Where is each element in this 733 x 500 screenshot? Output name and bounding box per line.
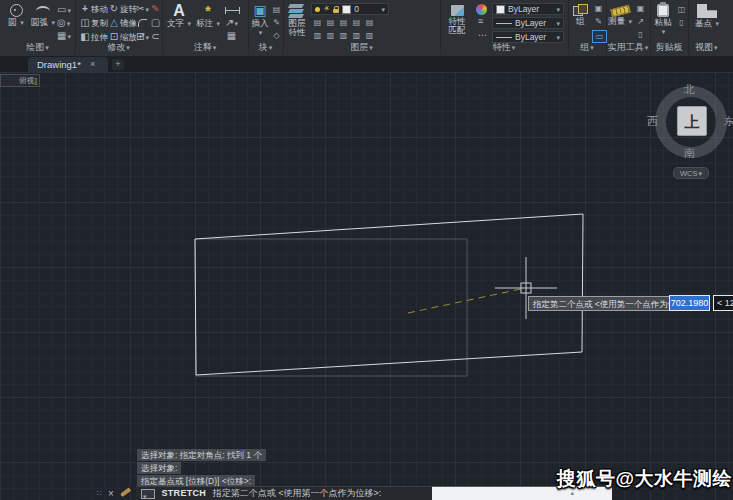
watermark: 搜狐号@大水牛测绘 <box>557 466 732 492</box>
layer-properties-button[interactable]: 图层 特性 <box>285 2 309 37</box>
group-icon <box>573 4 587 16</box>
move-button[interactable]: +移动 <box>79 3 108 15</box>
panel-block: ▣ 插入 ▤ ✎ ◇ 块 <box>248 0 284 55</box>
leader-icon[interactable]: ↗ <box>225 17 238 29</box>
viewport-control[interactable]: 俯视] <box>0 74 40 87</box>
object-color-dropdown[interactable]: ByLayer <box>492 3 564 15</box>
layer-lock-icon[interactable]: ▤ <box>350 17 363 28</box>
panel-label-utilities[interactable]: 实用工具 <box>606 41 650 54</box>
insert-icon: ▣ <box>249 2 271 19</box>
current-layer-name: 0 <box>354 4 377 14</box>
ellipse-tool-icon[interactable]: ◎ <box>57 17 70 29</box>
base-view-icon <box>697 4 717 18</box>
erase-icon[interactable]: ✎ <box>149 3 162 14</box>
dimension-button[interactable]: * 标注 <box>195 2 221 28</box>
offset-icon[interactable]: ▢ <box>149 17 162 28</box>
layer-prev-icon[interactable]: ▥ <box>337 30 350 41</box>
measure-flyout-icon[interactable] <box>627 16 632 26</box>
rotate-button[interactable]: ↻旋转 <box>108 3 137 15</box>
layer-off-icon[interactable]: ▤ <box>311 17 324 28</box>
quick-select-icon[interactable]: ▣ <box>634 3 647 14</box>
circle-flyout-icon[interactable] <box>19 17 24 27</box>
viewcube-top-face[interactable]: 上 <box>677 106 707 136</box>
command-prompt-bar[interactable]: STRETCH 指定第二个点或 <使用第一个点作为位移>: <box>136 486 432 500</box>
rectangle-tool-icon[interactable]: ▭ <box>57 4 70 16</box>
wcs-dropdown[interactable]: WCS <box>673 167 709 179</box>
dynamic-input-distance-field[interactable]: 702.1980 <box>669 295 710 311</box>
command-prompt-text: 指定第二个点或 <使用第一个点作为位移>: <box>213 488 382 498</box>
group-edit-icon[interactable]: ✎ <box>592 16 605 27</box>
recent-commands-icon[interactable] <box>141 489 155 499</box>
insert-button[interactable]: ▣ 插入 <box>249 2 271 37</box>
table-icon[interactable]: ▦ <box>225 30 238 41</box>
measure-button[interactable]: 测量 <box>608 2 632 26</box>
panel-label-layers[interactable]: 图层 <box>283 41 440 54</box>
match-properties-button[interactable]: 特性 匹配 <box>444 2 470 35</box>
layer-walk-icon[interactable]: ▥ <box>311 30 324 41</box>
panel-utilities: 测量 ▣ ↗ ▯ 实用工具 <box>606 0 651 55</box>
group-button[interactable]: 组 <box>570 2 590 26</box>
layer-make-current-icon[interactable]: ▤ <box>363 17 376 28</box>
dimension-flyout-icon[interactable] <box>215 18 220 28</box>
viewcube-east-label[interactable]: 东 <box>724 114 733 129</box>
dynamic-input-angle-field[interactable]: < 12 <box>713 295 733 311</box>
layer-match-icon[interactable]: ▥ <box>324 30 337 41</box>
base-view-flyout-icon[interactable] <box>714 18 719 28</box>
layer-isolate-icon[interactable]: ▤ <box>324 17 337 28</box>
tab-close-icon[interactable]: × <box>90 57 95 72</box>
color-wheel-icon <box>476 4 487 15</box>
panel-label-clipboard[interactable]: 剪贴板 <box>650 41 688 54</box>
lineweight-icon: ≡ <box>478 16 483 26</box>
move-icon: + <box>79 3 91 14</box>
lineweight-dropdown-arrow-icon <box>555 18 560 28</box>
arc-button[interactable]: 圆弧 <box>30 2 56 27</box>
panel-label-modify[interactable]: 修改 <box>75 41 162 54</box>
cmdline-grip-icon[interactable]: ∷ <box>97 487 102 500</box>
viewcube-south-label[interactable]: 南 <box>684 146 695 161</box>
cmdline-close-icon[interactable]: × <box>108 487 114 500</box>
copy-button[interactable]: ◫复制 <box>79 17 108 29</box>
text-icon: A <box>166 2 192 19</box>
cut-clip-icon[interactable]: ▯ <box>675 17 688 28</box>
drawing-tab[interactable]: Drawing1* <box>28 57 108 72</box>
panel-group: 组 ▣ ✎ ▭ 组 <box>568 0 607 55</box>
autocad-window: 圆 圆弧 ▭ ◎ ▦ 绘图 +移动 ◫复制 ◧拉伸 ↻旋转 △镜像 ⊡缩放 ✂ … <box>0 0 733 500</box>
copy-clip-icon[interactable]: ◫ <box>675 4 688 15</box>
quick-calc-icon[interactable]: ↗ <box>634 16 647 27</box>
arc-flyout-icon[interactable] <box>50 17 55 27</box>
text-button[interactable]: A 文字 <box>166 2 192 28</box>
block-attr-icon[interactable]: ✎ <box>270 17 283 28</box>
layer-delete-icon[interactable]: ▥ <box>363 30 376 41</box>
viewcube-north-label[interactable]: 北 <box>684 82 695 97</box>
ribbon: 圆 圆弧 ▭ ◎ ▦ 绘图 +移动 ◫复制 ◧拉伸 ↻旋转 △镜像 ⊡缩放 ✂ … <box>0 0 733 56</box>
panel-label-annotate[interactable]: 注释 <box>162 41 248 54</box>
layer-dropdown[interactable]: ☀ 0 <box>311 3 389 15</box>
drawing-canvas[interactable] <box>0 72 733 500</box>
lineweight-dropdown[interactable]: ByLayer <box>492 17 564 29</box>
base-view-button[interactable]: 基点 <box>692 2 722 28</box>
circle-button[interactable]: 圆 <box>3 2 29 27</box>
trim-icon[interactable]: ✂ <box>136 3 149 15</box>
block-edit-icon[interactable]: ▤ <box>270 4 283 15</box>
paste-flyout-icon[interactable] <box>661 26 666 36</box>
color-dropdown-arrow-icon <box>555 4 560 14</box>
panel-label-draw[interactable]: 绘图 <box>0 41 75 54</box>
panel-label-group[interactable]: 组 <box>568 41 606 54</box>
insert-flyout-icon[interactable] <box>258 27 263 37</box>
point-style-icon[interactable]: ▯ <box>634 29 647 40</box>
layer-unlock-icon <box>333 9 339 13</box>
panel-label-properties[interactable]: 特性 <box>440 41 568 54</box>
layer-merge-icon[interactable]: ▥ <box>350 30 363 41</box>
history-line-2: 选择对象: <box>137 462 181 474</box>
panel-label-view[interactable]: 视图 <box>688 41 733 54</box>
viewcube-west-label[interactable]: 西 <box>647 114 658 129</box>
layer-freeze-icon[interactable]: ▤ <box>337 17 350 28</box>
mirror-button[interactable]: △镜像 <box>108 17 137 29</box>
paste-button[interactable]: 粘贴 <box>652 2 674 36</box>
color-swatch <box>496 5 505 14</box>
block-define-icon[interactable]: ◇ <box>270 30 283 41</box>
new-tab-button[interactable]: + <box>112 59 124 70</box>
ungroup-icon[interactable]: ▣ <box>592 3 605 14</box>
text-flyout-icon[interactable] <box>186 18 191 28</box>
panel-label-block[interactable]: 块 <box>248 41 283 54</box>
